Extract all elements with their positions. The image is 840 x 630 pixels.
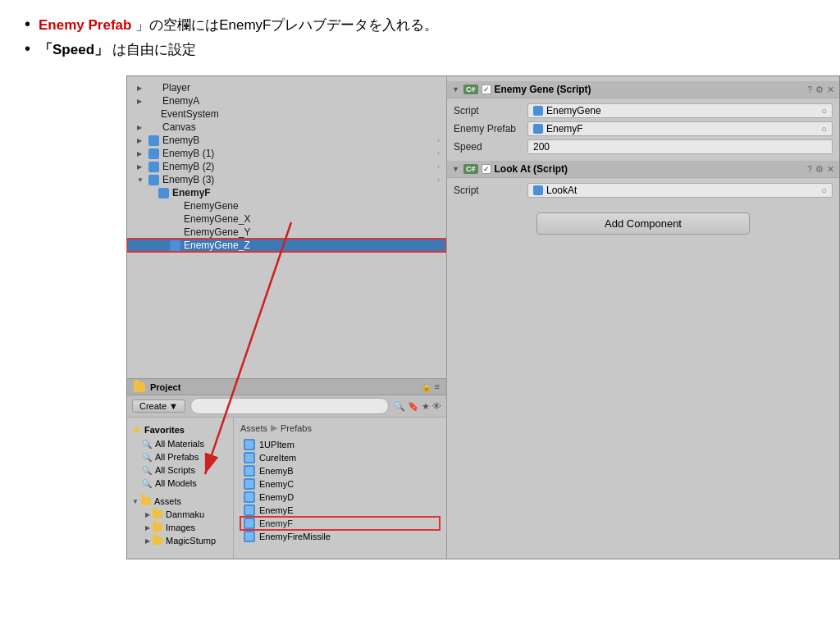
help-icon[interactable]: ? [807,164,812,175]
folder-icon [134,382,145,392]
project-toolbar: Create ▼ 🔍 🔖 ★ 👁 [127,395,446,418]
field-value[interactable]: EnemyF ○ [527,121,833,136]
favorites-item[interactable]: 🔍All Scripts [127,463,233,477]
create-button[interactable]: Create ▼ [132,399,185,413]
instruction-text: Enemy Prefab 」の空欄にはEnemyFプレハブデータを入れる。 「S… [0,0,840,75]
assets-folder-icon [141,497,151,505]
assets-arrow: ▼ [132,498,139,505]
hierarchy-item[interactable]: ▶EnemyB› [127,134,446,147]
file-item[interactable]: EnemyC [240,477,440,491]
component-fields: Script LookAt ○ [447,178,839,203]
hierarchy-item[interactable]: EnemyGene_X [127,212,446,226]
hierarchy-item[interactable]: ▶EnemyB (2)› [127,160,446,173]
component-title: Look At (Script) [495,163,804,175]
favorites-item[interactable]: 🔍All Prefabs [127,450,233,463]
hierarchy-item[interactable]: ▶EnemyA [127,94,446,107]
eye-icon[interactable]: 👁 [432,401,441,412]
assets-tree: ★ Favorites 🔍All Materials🔍All Prefabs🔍A… [127,418,234,559]
hierarchy-panel: ▶Player▶EnemyAEventSystem▶Canvas▶EnemyB›… [127,76,446,378]
field-row: Script LookAt ○ [447,181,839,199]
gear-icon[interactable]: ✕ [827,84,834,95]
hierarchy-item[interactable]: ▶Canvas [127,121,446,134]
hierarchy-item[interactable]: ▶EnemyB (1)› [127,147,446,160]
settings-icon[interactable]: ⚙ [815,84,824,95]
bullet1-text: 」の空欄にはEnemyFプレハブデータを入れる。 [135,17,438,33]
field-text: 200 [533,141,550,153]
field-text: EnemyF [546,123,583,135]
component-fields: Script EnemyGene ○ Enemy Prefab EnemyF ○… [447,98,839,159]
bookmark-icon[interactable]: 🔖 [408,401,419,412]
file-item[interactable]: CureItem [240,451,440,464]
field-row: Enemy Prefab EnemyF ○ [447,120,839,138]
field-label: Enemy Prefab [454,123,527,135]
hierarchy-item[interactable]: EventSystem [127,107,446,121]
breadcrumb: Assets ▶ Prefabs [240,422,440,433]
file-list: Assets ▶ Prefabs 1UPItemCureItemEnemyBEn… [234,418,446,559]
file-item[interactable]: EnemyD [240,491,440,504]
toolbar-icons: 🔍 🔖 ★ 👁 [394,401,441,412]
hierarchy-item[interactable]: EnemyF [127,186,446,199]
circle-icon[interactable]: ○ [821,106,827,116]
field-label: Script [454,185,527,196]
assets-subfolder-item[interactable]: ▶Images [127,521,233,534]
settings-icon[interactable]: ⚙ [815,164,824,175]
toggle-arrow[interactable]: ▼ [452,165,460,173]
cs-badge: C# [463,84,478,94]
lock-icon: 🔒 ≡ [421,381,440,392]
assets-folder[interactable]: ▼ Assets [127,495,233,508]
bullet2-text: は自由に設定 [112,42,196,57]
hierarchy-item[interactable]: ▼EnemyB (3)› [127,173,446,186]
project-title: Project [150,382,180,392]
component-checkbox[interactable] [482,84,491,94]
search-input[interactable] [190,398,389,414]
file-item[interactable]: EnemyF [240,517,440,530]
hierarchy-item[interactable]: ▶Player [127,81,446,94]
field-label: Speed [454,141,527,153]
gear-icon[interactable]: ✕ [827,164,834,175]
enemy-prefab-label: Enemy Prefab [39,17,131,33]
field-value[interactable]: 200 [527,139,833,154]
circle-icon[interactable]: ○ [821,124,827,134]
field-label: Script [454,105,527,116]
star-icon: ★ [132,424,141,436]
field-value[interactable]: LookAt ○ [527,183,833,198]
assets-subfolder-item[interactable]: ▶Danmaku [127,508,233,521]
cs-badge: C# [463,164,478,174]
hierarchy-item[interactable]: EnemyGene_Y [127,226,446,239]
component-block: ▼ C# Enemy Gene (Script) ? ⚙ ✕ Script En… [447,81,839,159]
component-header: ▼ C# Enemy Gene (Script) ? ⚙ ✕ [447,81,839,98]
breadcrumb-sep: ▶ [271,422,277,433]
assets-section: ▼ Assets ▶Danmaku▶Images▶MagicStump [127,490,233,547]
hierarchy-item[interactable]: EnemyGene [127,199,446,212]
add-component-button[interactable]: Add Component [536,212,750,235]
star-toolbar-icon[interactable]: ★ [422,401,430,412]
component-block: ▼ C# Look At (Script) ? ⚙ ✕ Script LookA… [447,161,839,203]
help-icon[interactable]: ? [807,84,812,95]
file-item[interactable]: 1UPItem [240,438,440,451]
circle-icon[interactable]: ○ [821,185,827,195]
file-item[interactable]: EnemyB [240,464,440,477]
favorites-item[interactable]: 🔍All Models [127,477,233,490]
field-text: EnemyGene [546,105,601,116]
favorites-item[interactable]: 🔍All Materials [127,437,233,450]
inspector-panel: ▼ C# Enemy Gene (Script) ? ⚙ ✕ Script En… [447,76,839,559]
toggle-arrow[interactable]: ▼ [452,85,460,94]
field-row: Speed 200 [447,138,839,156]
project-header: Project 🔒 ≡ [127,379,446,395]
left-panel: ▶Player▶EnemyAEventSystem▶Canvas▶EnemyB›… [127,76,447,559]
component-icons: ? ⚙ ✕ [807,164,834,175]
unity-editor-screenshot: ▶Player▶EnemyAEventSystem▶Canvas▶EnemyB›… [126,75,840,559]
file-item[interactable]: EnemyE [240,504,440,517]
project-content: ★ Favorites 🔍All Materials🔍All Prefabs🔍A… [127,418,446,559]
component-checkbox[interactable] [482,164,491,174]
project-panel: Project 🔒 ≡ Create ▼ 🔍 🔖 ★ 👁 ★ F [127,378,446,559]
search-icon[interactable]: 🔍 [394,401,405,412]
hierarchy-item[interactable]: EnemyGene_Z [127,239,446,252]
assets-subfolder-item[interactable]: ▶MagicStump [127,534,233,547]
field-text: LookAt [546,185,577,196]
field-value[interactable]: EnemyGene ○ [527,103,833,118]
file-item[interactable]: EnemyFireMissile [240,530,440,543]
speed-label: 「Speed」 [39,42,108,57]
component-icons: ? ⚙ ✕ [807,84,834,95]
field-row: Script EnemyGene ○ [447,102,839,120]
